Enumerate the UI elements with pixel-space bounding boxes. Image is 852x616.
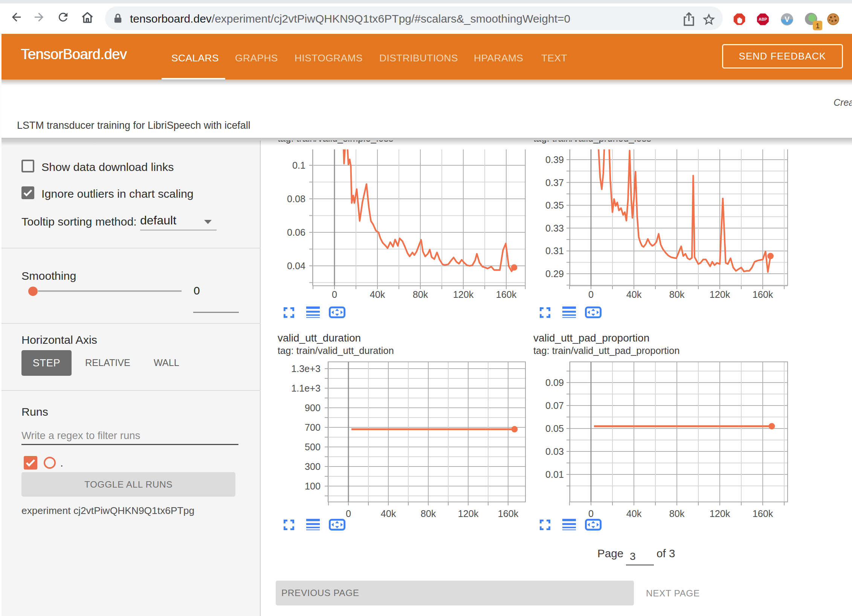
svg-text:40k: 40k: [370, 289, 385, 300]
svg-text:300: 300: [305, 461, 321, 472]
svg-text:120k: 120k: [710, 289, 730, 300]
svg-text:0.05: 0.05: [545, 423, 564, 434]
svg-text:0.29: 0.29: [545, 268, 564, 279]
svg-text:0.03: 0.03: [545, 446, 564, 457]
svg-text:40k: 40k: [381, 508, 396, 519]
svg-text:tag: train/valid_utt_pad_propo: tag: train/valid_utt_pad_proportion: [533, 345, 679, 356]
svg-text:0.33: 0.33: [545, 223, 564, 233]
svg-text:100: 100: [305, 481, 321, 491]
svg-text:0.06: 0.06: [287, 227, 305, 238]
svg-text:0.04: 0.04: [287, 261, 305, 271]
svg-text:120k: 120k: [458, 508, 479, 519]
svg-text:1.3e+3: 1.3e+3: [291, 363, 321, 374]
svg-text:V: V: [785, 15, 789, 23]
svg-text:0.31: 0.31: [545, 245, 564, 256]
svg-text:0.09: 0.09: [545, 377, 564, 388]
svg-text:1.1e+3: 1.1e+3: [291, 383, 321, 393]
svg-text:0.07: 0.07: [545, 400, 564, 411]
svg-text:0.39: 0.39: [545, 154, 564, 165]
svg-text:80k: 80k: [421, 508, 436, 519]
svg-text:0.1: 0.1: [292, 160, 305, 171]
svg-text:tag: train/valid_utt_duration: tag: train/valid_utt_duration: [278, 345, 394, 356]
svg-text:40k: 40k: [626, 289, 642, 300]
svg-text:160k: 160k: [753, 289, 773, 300]
svg-text:120k: 120k: [453, 289, 474, 300]
svg-text:0: 0: [588, 508, 594, 519]
svg-text:160k: 160k: [753, 508, 773, 519]
svg-text:0.01: 0.01: [545, 469, 564, 480]
svg-text:900: 900: [305, 403, 321, 413]
svg-text:80k: 80k: [669, 289, 685, 300]
svg-text:80k: 80k: [413, 289, 428, 300]
svg-text:120k: 120k: [710, 508, 730, 519]
svg-text:40k: 40k: [626, 508, 642, 519]
svg-text:0: 0: [588, 289, 594, 300]
svg-text:0: 0: [332, 289, 337, 300]
svg-text:700: 700: [305, 422, 321, 433]
svg-text:160k: 160k: [498, 508, 519, 519]
svg-text:0.08: 0.08: [287, 194, 305, 204]
svg-text:0: 0: [346, 508, 351, 519]
svg-text:160k: 160k: [496, 289, 517, 300]
svg-text:0.37: 0.37: [545, 177, 564, 188]
svg-text:ABP: ABP: [759, 17, 767, 21]
svg-text:500: 500: [305, 442, 321, 452]
svg-text:valid_utt_duration: valid_utt_duration: [278, 332, 361, 344]
svg-text:valid_utt_pad_proportion: valid_utt_pad_proportion: [533, 332, 649, 344]
svg-text:80k: 80k: [669, 508, 685, 519]
svg-text:0.35: 0.35: [545, 200, 564, 210]
svg-text:1: 1: [815, 22, 820, 30]
